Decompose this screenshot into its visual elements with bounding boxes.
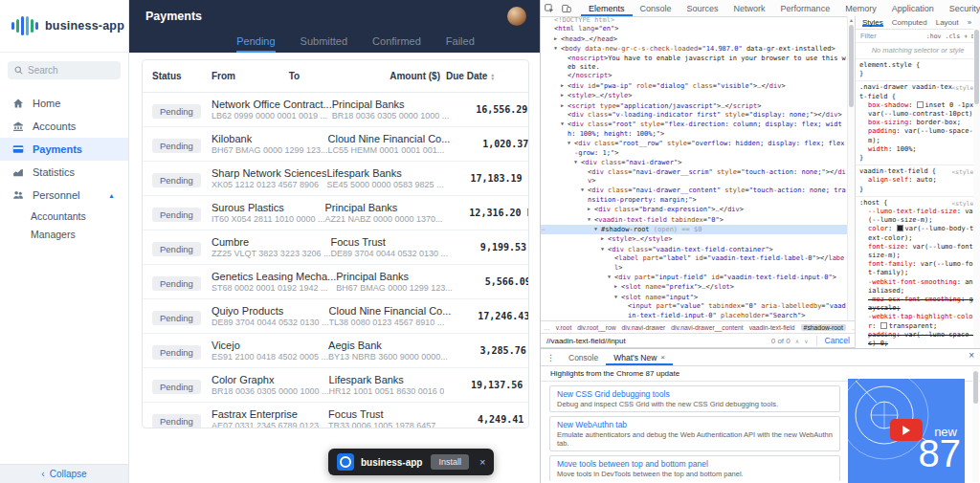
css-rule[interactable]: <style>.navi-drawer vaadin-text-field {b… xyxy=(856,81,980,165)
css-rule[interactable]: <style>vaadin-text-field {align-self: au… xyxy=(856,165,980,197)
collapsed-arrow-icon[interactable]: ▶ xyxy=(614,282,621,291)
styles-tab-styles[interactable]: Styles xyxy=(862,18,883,27)
css-property[interactable]: box-shadow: inset 0 -1px var(--lumo-cont… xyxy=(859,101,977,119)
dom-tree-line[interactable]: ▶<slot name="prefix">…</slot> xyxy=(541,282,847,292)
table-row[interactable]: Pending KilobankBH67 BMAG 0000 1299 123.… xyxy=(143,127,528,162)
expanded-arrow-icon[interactable]: ▼ xyxy=(561,120,568,128)
sidebar-item-accounts[interactable]: Accounts xyxy=(0,115,128,138)
sort-icon[interactable]: ▲▼ xyxy=(490,73,495,80)
sidebar-item-payments[interactable]: Payments xyxy=(0,138,128,161)
css-rule[interactable]: element.style {} xyxy=(856,59,980,81)
dom-tree-line[interactable]: ▼<vaadin-text-field tabindex="0"> xyxy=(541,215,847,225)
css-property[interactable]: -webkit-tap-highlight-color: transparent… xyxy=(859,313,977,330)
col-due-date[interactable]: Due Date ▲▼ xyxy=(446,71,519,81)
dom-tree-line[interactable]: ▼<div class="navi-drawer"> xyxy=(541,158,847,167)
drawer-tab-whats-new[interactable]: What's New × xyxy=(606,350,673,365)
table-row[interactable]: Pending Surous PlasticsIT60 X054 2811 10… xyxy=(143,196,528,231)
css-property[interactable]: --lumo-text-field-size: var(--lumo-size-… xyxy=(859,208,977,225)
search-input[interactable]: Search xyxy=(8,61,121,79)
dom-tree-line[interactable]: <html lang="en"> xyxy=(541,25,847,33)
drawer-kebab-icon[interactable]: ⋮ xyxy=(541,353,561,362)
expanded-arrow-icon[interactable]: ▼ xyxy=(588,215,594,224)
dom-tree-line[interactable]: <input part="value" tabindex="0" aria-la… xyxy=(541,302,847,320)
dom-tree-line[interactable]: ▼<div class="root__row" style="overflow:… xyxy=(541,139,847,158)
chrome-87-video-thumbnail[interactable]: new 87 xyxy=(848,379,965,483)
dom-tree-line[interactable]: <label part="label" id="vaadin-text-fiel… xyxy=(541,254,847,273)
dom-tree-line[interactable]: ▶<div class="brand-expression">…</div> xyxy=(541,205,847,214)
tab-submitted[interactable]: Submitted xyxy=(301,35,348,53)
expanded-arrow-icon[interactable]: ▼ xyxy=(568,139,574,147)
collapsed-arrow-icon[interactable]: ▶ xyxy=(561,91,568,99)
dom-tree-line[interactable]: ▼<div class="vaadin-text-field-container… xyxy=(541,245,847,254)
whats-new-card-title[interactable]: Move tools between top and bottom panel xyxy=(557,459,833,469)
sidebar-item-managers[interactable]: Managers xyxy=(0,225,128,243)
dom-tree-line[interactable]: <noscript>You have to enable javascript … xyxy=(541,55,847,73)
dom-tree-line[interactable]: ▼<div part="input-field" id="vaadin-text… xyxy=(541,273,847,282)
expanded-arrow-icon[interactable]: ▼ xyxy=(601,245,608,253)
toast-close-icon[interactable]: × xyxy=(479,456,485,468)
chevron-up-icon[interactable]: ▲ xyxy=(108,192,115,199)
more-sidebar-tabs-chevron[interactable]: » xyxy=(968,18,971,27)
expanded-arrow-icon[interactable]: ▼ xyxy=(608,273,614,281)
expanded-arrow-icon[interactable]: ▼ xyxy=(614,293,621,301)
line-menu-dots-icon[interactable]: ⋯ xyxy=(542,225,546,233)
crumb-item[interactable]: vaadin-text-field xyxy=(749,324,795,331)
device-toolbar-icon[interactable] xyxy=(558,4,575,13)
css-property[interactable]: -moz-osx-font-smoothing: grayscale; xyxy=(859,296,977,313)
install-button[interactable]: Install xyxy=(431,454,469,470)
tab-failed[interactable]: Failed xyxy=(446,35,475,53)
whats-new-card-title[interactable]: New CSS Grid debugging tools xyxy=(557,389,833,399)
collapsed-arrow-icon[interactable]: ▶ xyxy=(601,234,608,243)
css-rule[interactable]: <style>:host {--lumo-text-field-size: va… xyxy=(856,197,980,348)
devtools-tab-sources[interactable]: Sources xyxy=(679,1,726,16)
table-row[interactable]: Pending Color GraphxBR18 0036 0305 0000 … xyxy=(143,368,528,403)
color-swatch[interactable] xyxy=(917,101,924,108)
collapsed-arrow-icon[interactable]: ▶ xyxy=(561,81,568,90)
table-row[interactable]: Pending Sharp Network SciencesXK05 1212 … xyxy=(143,162,528,196)
drawer-scrollbar[interactable] xyxy=(972,367,979,482)
col-to[interactable]: To xyxy=(289,71,362,81)
sidebar-item-personnel[interactable]: Personnel ▲ xyxy=(0,184,128,207)
dom-tree-line[interactable]: </noscript> xyxy=(541,72,847,80)
whats-new-card-title[interactable]: New WebAuthn tab xyxy=(557,420,833,429)
devtools-tab-performance[interactable]: Performance xyxy=(773,1,838,16)
css-property[interactable]: align-self: auto; xyxy=(859,176,977,185)
collapsed-arrow-icon[interactable]: ▶ xyxy=(588,205,594,213)
dom-tree-line[interactable]: ▶<script type="application/javascript">…… xyxy=(541,101,847,111)
dom-tree-line[interactable]: ▼<slot name="input"> xyxy=(541,293,847,302)
table-row[interactable]: Pending Genetics Leasing Mecha...ST68 00… xyxy=(143,265,528,299)
table-row[interactable]: Pending Quiyo ProductsDE89 3704 0044 053… xyxy=(143,299,528,334)
color-swatch[interactable] xyxy=(880,322,887,329)
crumb-item[interactable]: v.root xyxy=(556,324,572,331)
new-rule-button[interactable]: + xyxy=(964,33,968,40)
search-cancel-button[interactable]: Cancel xyxy=(816,336,850,345)
dom-tree-line[interactable]: ▶<style>…</style> xyxy=(541,234,847,244)
scroll-up-icon[interactable]: ▲ xyxy=(849,17,854,23)
css-property[interactable]: color: var(--lumo-body-text-color); xyxy=(859,225,977,242)
search-query[interactable]: //vaadin-text-field//input xyxy=(541,337,626,345)
color-swatch[interactable] xyxy=(897,225,903,231)
previous-match-icon[interactable]: ∧ xyxy=(795,338,799,344)
crumb-item[interactable]: div.root__row xyxy=(577,324,615,331)
dom-tree-line[interactable]: ▼<body data-new-gr-c-s-check-loaded="14.… xyxy=(541,44,847,54)
expanded-arrow-icon[interactable]: ▼ xyxy=(581,186,588,194)
expanded-arrow-icon[interactable]: ▼ xyxy=(554,44,561,53)
inspect-element-icon[interactable] xyxy=(541,4,558,13)
table-row[interactable]: Pending VicejoES91 2100 0418 4502 0005 .… xyxy=(143,334,528,368)
tab-close-icon[interactable]: × xyxy=(660,350,665,365)
next-match-icon[interactable]: ∨ xyxy=(804,338,808,344)
whats-new-card[interactable]: New CSS Grid debugging toolsDebug and in… xyxy=(549,385,840,412)
styles-tab-computed[interactable]: Computed xyxy=(892,18,927,27)
styles-tab-layout[interactable]: Layout xyxy=(936,18,959,27)
devtools-tab-console[interactable]: Console xyxy=(633,1,679,16)
devtools-tab-application[interactable]: Application xyxy=(884,1,942,16)
whats-new-card[interactable]: Move tools between top and bottom panelM… xyxy=(549,455,840,481)
devtools-tab-security[interactable]: Security xyxy=(942,1,980,16)
dom-tree-line[interactable]: <div class="navi-drawer__scrim" style="t… xyxy=(541,168,847,187)
scrollbar-thumb[interactable] xyxy=(849,25,854,107)
css-property[interactable]: -webkit-font-smoothing: antialiased; xyxy=(859,278,977,296)
dom-tree-line[interactable]: ▶<style>…</style> xyxy=(541,91,847,100)
devtools-tab-memory[interactable]: Memory xyxy=(837,1,884,16)
css-property[interactable]: font-size: var(--lumo-font-size-m); xyxy=(859,243,977,260)
class-button[interactable]: .cls xyxy=(946,33,961,40)
